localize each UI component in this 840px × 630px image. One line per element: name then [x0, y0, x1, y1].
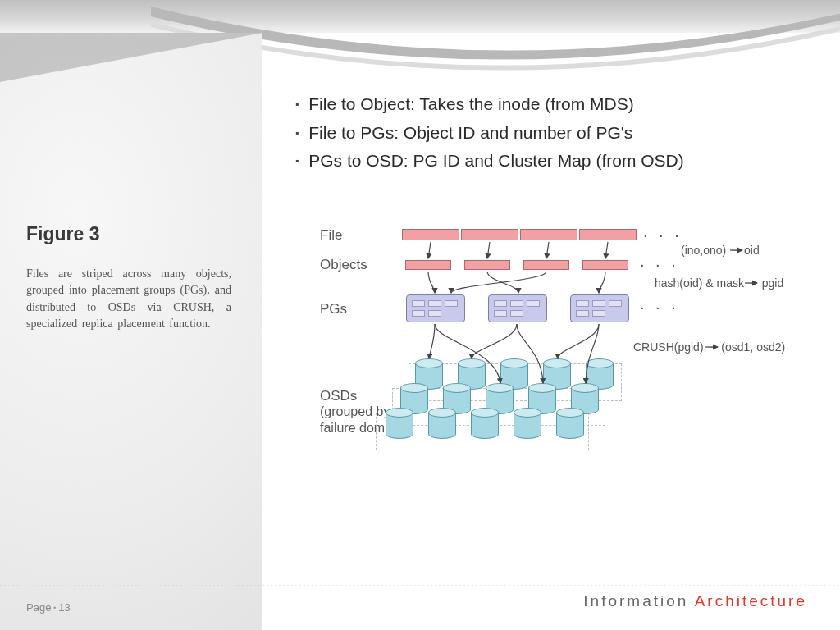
- bullet-list: File to Object: Takes the inode (from MD…: [295, 90, 812, 176]
- architecture-diagram: File Objects PGs OSDs (grouped by failur…: [312, 217, 796, 455]
- diagram-formula-crush: CRUSH(pgid) → (osd1, osd2): [633, 340, 785, 354]
- osd-cylinder: [428, 408, 456, 437]
- svg-line-2: [546, 242, 549, 258]
- osd-cylinder: [386, 408, 413, 437]
- top-gradient-bar: [0, 0, 840, 33]
- footer-title: Information Architecture: [583, 592, 807, 610]
- footer-word-1: Information: [583, 592, 688, 609]
- page-label: Page: [26, 601, 51, 614]
- svg-line-3: [605, 242, 608, 258]
- diagram-label-file: File: [320, 227, 342, 244]
- osd-cylinder: [556, 408, 584, 437]
- pg-box: [488, 294, 547, 322]
- pg-box: [406, 294, 465, 322]
- main-content: File to Object: Takes the inode (from MD…: [295, 90, 812, 176]
- object-segment: [582, 260, 628, 270]
- bullet-item: File to Object: Takes the inode (from MD…: [295, 90, 812, 119]
- bullet-item: PGs to OSD: PG ID and Cluster Map (from …: [295, 147, 812, 176]
- sidebar-corner-shadow: [0, 33, 262, 82]
- ellipsis: · · ·: [640, 298, 679, 317]
- pg-box: [570, 294, 629, 322]
- diagram-formula-pgid: hash(oid) & mask → pgid: [655, 276, 783, 290]
- svg-line-0: [428, 242, 431, 258]
- page-number: Page▪13: [26, 601, 71, 614]
- page-num: 13: [58, 601, 70, 614]
- osd-cylinder: [471, 408, 499, 437]
- bullet-item: File to PGs: Object ID and number of PG'…: [295, 119, 812, 148]
- figure-label: Figure 3: [26, 223, 99, 245]
- diagram-label-osds-1: OSDs: [320, 388, 357, 404]
- osd-cylinder: [514, 408, 541, 437]
- ellipsis: · · ·: [643, 226, 682, 244]
- footer-word-2: Architecture: [695, 592, 807, 609]
- file-segment: [461, 229, 518, 240]
- diagram-formula-oid: (ino,ono) → oid: [681, 244, 760, 257]
- diagram-label-pgs: PGs: [320, 301, 347, 317]
- ellipsis: · · ·: [640, 255, 679, 274]
- figure-caption: Files are striped across many objects, g…: [26, 266, 231, 332]
- file-segment: [402, 229, 459, 240]
- file-segment: [579, 229, 637, 240]
- object-segment: [464, 260, 510, 270]
- diagram-label-objects: Objects: [320, 257, 368, 273]
- file-segment: [520, 229, 578, 240]
- footer-dash-line: [0, 585, 840, 586]
- object-segment: [405, 260, 451, 270]
- svg-line-1: [487, 242, 490, 258]
- object-segment: [523, 260, 569, 270]
